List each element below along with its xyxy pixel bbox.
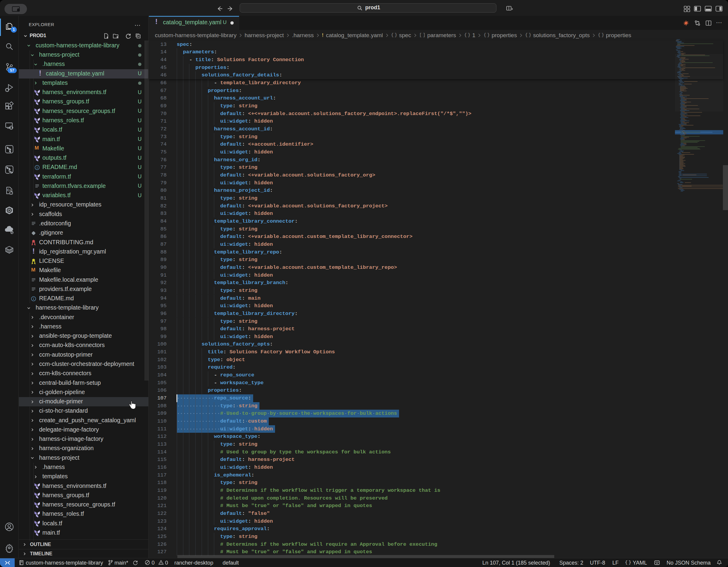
- svg-text:C+: C+: [7, 188, 11, 192]
